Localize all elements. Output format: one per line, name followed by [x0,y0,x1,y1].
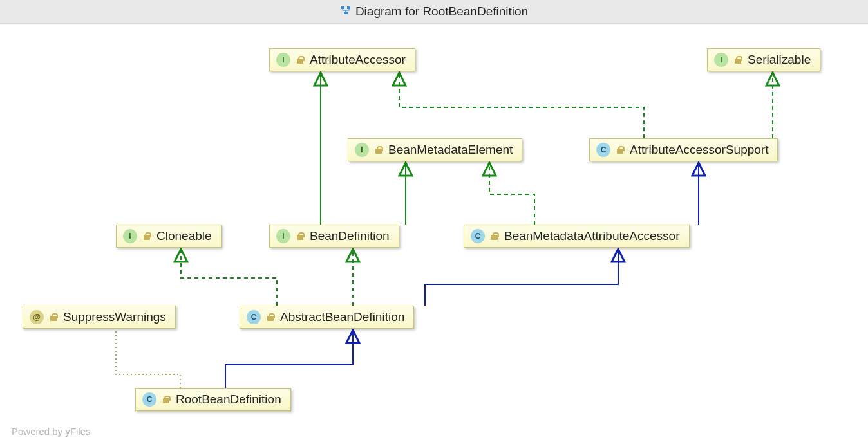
node-attribute-accessor[interactable]: I AttributeAccessor [269,48,415,71]
node-serializable[interactable]: I Serializable [707,48,820,71]
lock-icon [733,55,742,64]
diagram-header: Diagram for RootBeanDefinition [0,0,868,24]
edge [425,250,618,306]
diagram-title: Diagram for RootBeanDefinition [355,5,528,18]
class-icon: C [142,392,156,407]
node-bean-definition[interactable]: I BeanDefinition [269,225,399,248]
interface-icon: I [123,229,137,243]
node-root-bean-definition[interactable]: C RootBeanDefinition [135,388,291,411]
lock-icon [616,145,625,154]
node-bean-metadata-attribute-accessor[interactable]: C BeanMetadataAttributeAccessor [464,225,690,248]
powered-by-label: Powered by yFiles [12,426,91,437]
node-label: SuppressWarnings [63,310,166,324]
lock-icon [49,313,58,322]
edge [225,331,353,388]
svg-rect-1 [347,6,350,9]
node-label: AttributeAccessor [310,53,406,67]
lock-icon [162,395,171,404]
node-suppress-warnings[interactable]: @ SuppressWarnings [23,306,176,329]
edge [489,164,534,225]
node-attribute-accessor-support[interactable]: C AttributeAccessorSupport [589,138,778,161]
lock-icon [296,55,305,64]
interface-icon: I [276,53,290,67]
lock-icon [296,232,305,241]
annotation-icon: @ [30,310,44,324]
svg-rect-2 [344,12,348,14]
svg-rect-0 [341,6,344,9]
node-label: Cloneable [156,229,212,243]
node-label: BeanMetadataElement [388,143,513,157]
diagram-canvas[interactable]: I AttributeAccessor I Serializable I Bea… [0,24,868,440]
edge [399,74,644,138]
interface-icon: I [276,229,290,243]
node-label: AbstractBeanDefinition [280,310,404,324]
class-icon: C [471,229,485,243]
node-label: Serializable [748,53,811,67]
edge [181,250,277,306]
node-label: BeanDefinition [310,229,390,243]
class-icon: C [596,143,610,157]
node-cloneable[interactable]: I Cloneable [116,225,222,248]
diagram-icon [340,1,352,24]
lock-icon [374,145,383,154]
lock-icon [142,232,151,241]
node-bean-metadata-element[interactable]: I BeanMetadataElement [348,138,522,161]
interface-icon: I [355,143,369,157]
edge [116,331,180,388]
class-icon: C [247,310,261,324]
lock-icon [266,313,275,322]
node-label: BeanMetadataAttributeAccessor [504,229,680,243]
node-label: RootBeanDefinition [176,392,281,407]
node-label: AttributeAccessorSupport [630,143,768,157]
interface-icon: I [714,53,728,67]
node-abstract-bean-definition[interactable]: C AbstractBeanDefinition [240,306,414,329]
lock-icon [490,232,499,241]
